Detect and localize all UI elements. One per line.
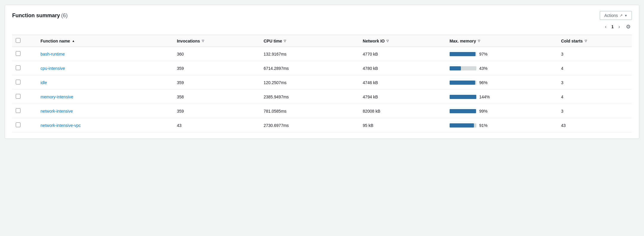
row-invocations: 358 bbox=[173, 90, 260, 104]
memory-percentage: 91% bbox=[479, 123, 488, 128]
sort-cpu-time[interactable]: CPU time ▽ bbox=[264, 39, 286, 43]
row-network-io: 82008 kB bbox=[359, 104, 446, 118]
memory-bar-track bbox=[450, 123, 476, 128]
memory-percentage: 99% bbox=[479, 109, 488, 114]
memory-bar-container: 97% bbox=[450, 52, 554, 56]
prev-page-button[interactable]: ‹ bbox=[603, 23, 608, 31]
row-checkbox-cell[interactable] bbox=[12, 90, 37, 104]
row-cold-starts: 3 bbox=[557, 47, 632, 61]
row-cpu-time: 120.2507ms bbox=[260, 75, 359, 90]
col-network-io[interactable]: Network IO ▽ bbox=[359, 35, 446, 47]
table-settings-button[interactable]: ⚙ bbox=[625, 22, 632, 31]
row-checkbox-cell[interactable] bbox=[12, 47, 37, 61]
row-function-name: network-intensive bbox=[37, 104, 173, 118]
sort-desc-icon-net: ▽ bbox=[386, 39, 389, 43]
row-cold-starts: 4 bbox=[557, 61, 632, 75]
function-summary-panel: Function summary (6) Actions ↗ ▼ ‹ 1 › ⚙ bbox=[5, 5, 639, 139]
row-checkbox[interactable] bbox=[16, 122, 20, 127]
row-invocations: 359 bbox=[173, 61, 260, 75]
row-function-name: network-intensive-vpc bbox=[37, 118, 173, 133]
memory-percentage: 97% bbox=[479, 52, 488, 56]
table-row: idle359120.2507ms4746 kB96%3 bbox=[12, 75, 632, 90]
table-row: bash-runtime360132.9167ms4770 kB97%3 bbox=[12, 47, 632, 61]
function-link[interactable]: memory-intensive bbox=[41, 95, 73, 99]
row-max-memory: 91% bbox=[446, 118, 558, 133]
external-link-icon: ↗ bbox=[620, 13, 623, 18]
row-function-name: cpu-intensive bbox=[37, 61, 173, 75]
row-cold-starts: 3 bbox=[557, 104, 632, 118]
table-row: network-intensive-vpc432730.6977ms95 kB9… bbox=[12, 118, 632, 133]
row-max-memory: 96% bbox=[446, 75, 558, 90]
function-link[interactable]: network-intensive bbox=[41, 109, 73, 114]
sort-max-memory[interactable]: Max. memory ▽ bbox=[450, 39, 480, 43]
function-link[interactable]: idle bbox=[41, 80, 47, 85]
col-max-memory[interactable]: Max. memory ▽ bbox=[446, 35, 558, 47]
row-function-name: memory-intensive bbox=[37, 90, 173, 104]
row-cpu-time: 6714.2897ms bbox=[260, 61, 359, 75]
memory-bar-container: 99% bbox=[450, 109, 554, 114]
row-invocations: 43 bbox=[173, 118, 260, 133]
memory-bar-fill bbox=[450, 109, 476, 113]
table-header-row: Function name ▲ Invocations ▽ CPU time ▽ bbox=[12, 35, 632, 47]
memory-bar-container: 43% bbox=[450, 66, 554, 71]
row-network-io: 4746 kB bbox=[359, 75, 446, 90]
panel-title-group: Function summary (6) bbox=[12, 12, 68, 19]
memory-bar-track bbox=[450, 109, 476, 113]
memory-percentage: 96% bbox=[479, 80, 488, 85]
row-invocations: 360 bbox=[173, 47, 260, 61]
row-checkbox-cell[interactable] bbox=[12, 61, 37, 75]
actions-label: Actions bbox=[604, 13, 618, 18]
panel-header: Function summary (6) Actions ↗ ▼ bbox=[12, 11, 632, 20]
row-invocations: 359 bbox=[173, 104, 260, 118]
row-checkbox[interactable] bbox=[16, 94, 20, 99]
select-all-checkbox[interactable] bbox=[16, 38, 20, 43]
memory-bar-track bbox=[450, 66, 476, 70]
memory-bar-fill bbox=[450, 81, 475, 85]
actions-button[interactable]: Actions ↗ ▼ bbox=[600, 11, 632, 20]
col-function-name[interactable]: Function name ▲ bbox=[37, 35, 173, 47]
sort-cold-starts[interactable]: Cold starts ▽ bbox=[561, 39, 587, 43]
col-cold-starts[interactable]: Cold starts ▽ bbox=[557, 35, 632, 47]
memory-percentage: 43% bbox=[479, 66, 488, 71]
memory-bar-fill bbox=[450, 95, 476, 99]
memory-bar-container: 144% bbox=[450, 95, 554, 99]
row-cold-starts: 43 bbox=[557, 118, 632, 133]
row-checkbox[interactable] bbox=[16, 108, 20, 113]
row-checkbox[interactable] bbox=[16, 51, 20, 56]
row-cpu-time: 2730.6977ms bbox=[260, 118, 359, 133]
header-actions: Actions ↗ ▼ bbox=[600, 11, 632, 20]
sort-desc-icon-cold: ▽ bbox=[585, 39, 587, 43]
table-row: memory-intensive3582385.9497ms4794 kB144… bbox=[12, 90, 632, 104]
row-checkbox-cell[interactable] bbox=[12, 75, 37, 90]
sort-invocations[interactable]: Invocations ▽ bbox=[177, 39, 204, 43]
row-checkbox[interactable] bbox=[16, 65, 20, 70]
functions-table: Function name ▲ Invocations ▽ CPU time ▽ bbox=[12, 35, 632, 133]
row-checkbox-cell[interactable] bbox=[12, 104, 37, 118]
pagination-row: ‹ 1 › ⚙ bbox=[12, 22, 632, 31]
panel-count: (6) bbox=[61, 12, 68, 18]
row-checkbox-cell[interactable] bbox=[12, 118, 37, 133]
row-max-memory: 99% bbox=[446, 104, 558, 118]
table-body: bash-runtime360132.9167ms4770 kB97%3cpu-… bbox=[12, 47, 632, 133]
row-max-memory: 144% bbox=[446, 90, 558, 104]
col-invocations[interactable]: Invocations ▽ bbox=[173, 35, 260, 47]
col-cpu-time[interactable]: CPU time ▽ bbox=[260, 35, 359, 47]
function-link[interactable]: bash-runtime bbox=[41, 52, 65, 56]
function-link[interactable]: network-intensive-vpc bbox=[41, 123, 81, 128]
next-page-button[interactable]: › bbox=[617, 23, 622, 31]
table-row: network-intensive359781.0585ms82008 kB99… bbox=[12, 104, 632, 118]
row-function-name: idle bbox=[37, 75, 173, 90]
memory-bar-track bbox=[450, 95, 476, 99]
memory-percentage: 144% bbox=[479, 95, 490, 99]
function-link[interactable]: cpu-intensive bbox=[41, 66, 65, 71]
row-network-io: 4794 kB bbox=[359, 90, 446, 104]
sort-network-io[interactable]: Network IO ▽ bbox=[363, 39, 389, 43]
actions-dropdown-icon: ▼ bbox=[624, 14, 627, 17]
select-all-checkbox-header[interactable] bbox=[12, 35, 37, 47]
memory-bar-container: 96% bbox=[450, 80, 554, 85]
row-network-io: 4770 kB bbox=[359, 47, 446, 61]
row-checkbox[interactable] bbox=[16, 80, 20, 84]
sort-function-name[interactable]: Function name ▲ bbox=[41, 39, 75, 43]
memory-bar-fill bbox=[450, 52, 475, 56]
sort-desc-icon-cpu: ▽ bbox=[284, 39, 286, 43]
